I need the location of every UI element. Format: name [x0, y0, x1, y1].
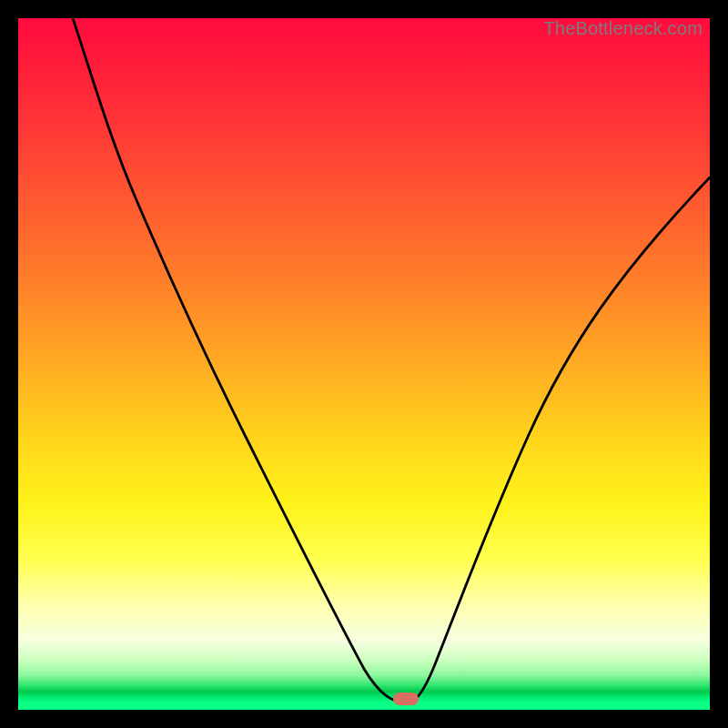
watermark-label: TheBottleneck.com — [543, 18, 703, 39]
plot-area: TheBottleneck.com — [18, 18, 710, 710]
bottleneck-curve — [18, 18, 710, 710]
chart-frame: TheBottleneck.com — [0, 0, 728, 728]
curve-path — [73, 18, 710, 702]
minimum-marker — [393, 693, 419, 705]
